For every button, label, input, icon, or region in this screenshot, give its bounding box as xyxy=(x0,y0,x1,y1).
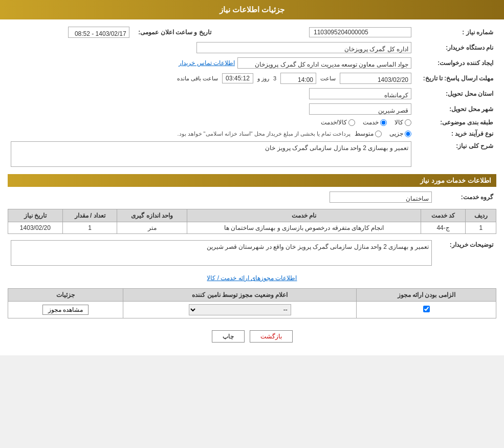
buyer-desc-box: تعمیر و بهسازی 2 واحد منازل سازمانی گمرک… xyxy=(11,240,432,266)
category-khedmat-label: خدمت xyxy=(363,119,379,126)
print-button[interactable]: چاپ xyxy=(212,330,245,343)
announcement-date-value: 1403/02/17 - 08:52 xyxy=(8,25,133,40)
col-service-code: کد خدمت xyxy=(421,209,466,222)
response-deadline-value: 1403/02/20 ساعت 14:00 3 روز و 03:45:12 س… xyxy=(8,71,414,86)
proc-type-jozii: جزیی xyxy=(389,130,411,137)
days-value: 3 xyxy=(273,75,276,81)
service-group-table: گروه خدمت: ساختمان xyxy=(8,189,496,205)
delivery-city-value: قصر شیرین xyxy=(8,101,414,117)
main-info-table: شماره نیاز : 1103095204000005 تاریخ و سا… xyxy=(8,25,496,169)
cell-permit-details: مشاهده مجوز xyxy=(8,302,123,318)
services-table: ردیف کد خدمت نام خدمت واحد اندازه گیری ت… xyxy=(8,209,496,234)
col-row: ردیف xyxy=(466,209,496,222)
proc-type-jozii-label: جزیی xyxy=(389,130,403,137)
category-kala-label: کالا xyxy=(395,119,403,126)
page-title: جزئیات اطلاعات نیاز xyxy=(220,5,284,14)
permits-table-row: -- مشاهده مجوز xyxy=(8,302,496,318)
col-unit: واحد اندازه گیری xyxy=(117,209,187,222)
delivery-city-box: قصر شیرین xyxy=(309,103,411,115)
page-header: جزئیات اطلاعات نیاز xyxy=(0,0,504,19)
cell-unit: متر xyxy=(117,222,187,234)
delivery-province-label: استان محل تحویل: xyxy=(414,86,496,101)
col-date: تاریخ نیاز xyxy=(8,209,63,222)
col-permit-status: اعلام وضعیت مجوز توسط نامین کننده xyxy=(123,289,357,302)
buyer-org-value: اداره کل گمرک پرویزخان xyxy=(8,40,414,55)
service-group-box: ساختمان xyxy=(330,191,432,203)
need-number-label: شماره نیاز : xyxy=(414,25,496,40)
remaining-time-box: 03:45:12 xyxy=(222,73,253,83)
proc-type-jozii-radio[interactable] xyxy=(405,131,411,137)
days-label: روز و xyxy=(257,75,269,82)
buyer-org-box: اداره کل گمرک پرویزخان xyxy=(196,42,411,53)
proc-type-value: جزیی متوسط پرداخت تمام یا بخشی از مبلغ خ… xyxy=(8,128,414,139)
col-permit-details: جزئیات xyxy=(8,289,123,302)
delivery-province-box: کرمانشاه xyxy=(309,88,411,99)
category-kala-radio[interactable] xyxy=(405,119,411,126)
proc-type-note: پرداخت تمام یا بخشی از مبلغ خریداز محل "… xyxy=(177,131,350,137)
proc-type-motavaset: متوسط xyxy=(355,130,382,137)
service-group-value: ساختمان xyxy=(8,189,435,205)
back-button[interactable]: بازگشت xyxy=(250,330,293,343)
footer-buttons: بازگشت چاپ xyxy=(8,323,496,350)
cell-name: انجام کارهای متفرقه درخصوص بازسازی و بهس… xyxy=(187,222,421,234)
cell-code: ج-44 xyxy=(421,222,466,234)
buyer-desc-label: توضیحات خریدار: xyxy=(435,238,496,268)
permit-required-checkbox[interactable] xyxy=(423,306,430,312)
response-time-box: 14:00 xyxy=(280,73,316,84)
services-table-row: 1 ج-44 انجام کارهای متفرقه درخصوص بازساز… xyxy=(8,222,496,234)
cell-qty: 1 xyxy=(62,222,117,234)
permits-link[interactable]: اطلاعات مجوزهای ارائه خدمت / کالا xyxy=(8,272,496,284)
view-permit-button[interactable]: مشاهده مجوز xyxy=(42,305,89,315)
category-khedmat: خدمت xyxy=(363,119,387,126)
response-date-box: 1403/02/20 xyxy=(340,73,411,84)
category-kala-khedmat-label: کالا/خدمت xyxy=(321,119,347,126)
cell-permit-status: -- xyxy=(123,302,357,318)
delivery-province-value: کرمانشاه xyxy=(8,86,414,101)
category-label: طبقه بندی موضوعی: xyxy=(414,117,496,128)
delivery-city-label: شهر محل تحویل: xyxy=(414,101,496,117)
proc-type-motavaset-label: متوسط xyxy=(355,130,374,137)
general-desc-box: تعمیر و بهسازی 2 واحد منازل سازمانی گمرک… xyxy=(11,141,411,167)
category-kala-khedmat-radio[interactable] xyxy=(348,119,355,126)
cell-date: 1403/02/20 xyxy=(8,222,63,234)
buyer-desc-table: توضیحات خریدار: تعمیر و بهسازی 2 واحد من… xyxy=(8,238,496,268)
category-kala-khedmat: کالا/خدمت xyxy=(321,119,355,126)
response-deadline-label: مهلت ارسال پاسخ: تا تاریخ: xyxy=(414,71,496,86)
col-qty: تعداد / مقدار xyxy=(62,209,117,222)
permits-table: الزامی بودن ارائه مجوز اعلام وضعیت مجوز … xyxy=(8,288,496,318)
remaining-label: ساعت باقی مانده xyxy=(177,75,218,82)
creator-value: جواد الماسی معاون توسعه مدیریت اداره کل … xyxy=(8,55,414,71)
announcement-date-label: تاریخ و ساعت اعلان عمومی: xyxy=(133,25,214,40)
creator-label: ایجاد کننده درخواست: xyxy=(414,55,496,71)
service-group-label: گروه خدمت: xyxy=(435,189,496,205)
category-khedmat-radio[interactable] xyxy=(380,119,387,126)
contact-link[interactable]: اطلاعات تماس خریدار xyxy=(179,59,235,67)
proc-type-label: نوع فرآیند خرید : xyxy=(414,128,496,139)
need-number-value: 1103095204000005 xyxy=(214,25,414,40)
permit-status-select[interactable]: -- xyxy=(189,304,291,315)
col-permit-required: الزامی بودن ارائه مجوز xyxy=(357,289,496,302)
cell-row: 1 xyxy=(466,222,496,234)
col-service-name: نام خدمت xyxy=(187,209,421,222)
category-kala: کالا xyxy=(395,119,411,126)
need-number-box: 1103095204000005 xyxy=(309,27,411,37)
buyer-org-label: نام دستگاه خریدار: xyxy=(414,40,496,55)
buyer-desc-value: تعمیر و بهسازی 2 واحد منازل سازمانی گمرک… xyxy=(8,238,435,268)
category-value: کالا خدمت کالا/خدمت xyxy=(8,117,414,128)
cell-permit-required xyxy=(357,302,496,318)
proc-type-motavaset-radio[interactable] xyxy=(375,131,382,137)
general-desc-value: تعمیر و بهسازی 2 واحد منازل سازمانی گمرک… xyxy=(8,139,414,169)
response-time-label: ساعت xyxy=(320,75,336,82)
services-section-title: اطلاعات خدمات مورد نیاز xyxy=(8,174,496,187)
general-desc-label: شرح کلی نیاز: xyxy=(414,139,496,169)
announcement-date-box: 1403/02/17 - 08:52 xyxy=(68,27,129,38)
creator-box: جواد الماسی معاون توسعه مدیریت اداره کل … xyxy=(237,57,411,69)
